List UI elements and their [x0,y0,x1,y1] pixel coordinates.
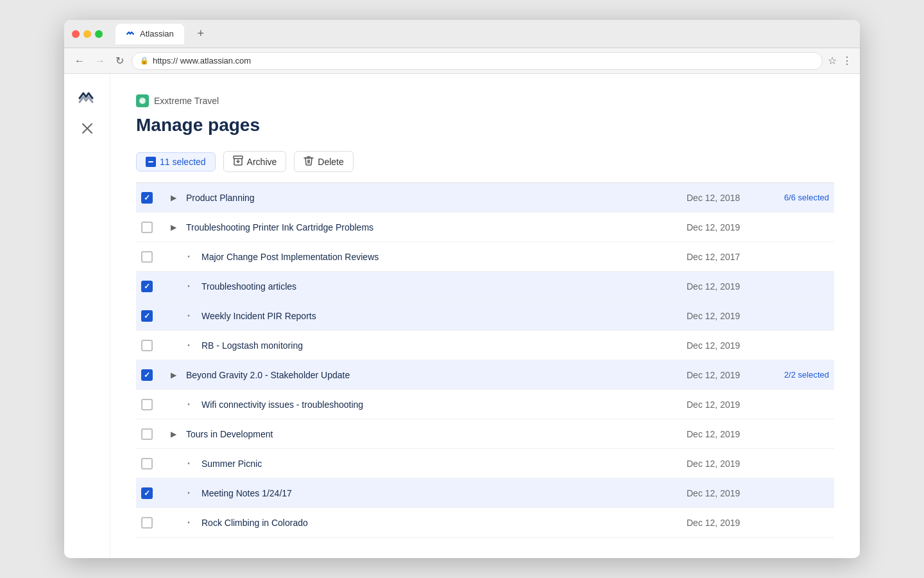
refresh-button[interactable]: ↻ [113,52,126,69]
maximize-traffic-light[interactable] [95,30,103,38]
bullet-icon: • [184,283,194,290]
page-date: Dec 12, 2019 [687,311,764,321]
forward-button[interactable]: → [92,53,108,69]
page-date: Dec 12, 2019 [687,429,764,439]
bullet-icon: • [184,342,194,349]
bullet-icon: • [184,312,194,319]
page-date: Dec 12, 2019 [687,222,764,232]
page-checkbox[interactable] [141,399,153,410]
page-date: Dec 12, 2019 [687,340,764,351]
bullet-icon: • [184,253,194,260]
page-checkbox[interactable] [141,192,153,204]
bullet-icon: • [184,489,194,496]
page-date: Dec 12, 2019 [687,399,764,410]
archive-label: Archive [247,157,277,167]
selection-badge: 2/2 selected [771,370,829,380]
page-name: Meeting Notes 1/24/17 [201,488,679,498]
expand-icon[interactable]: ▶ [168,223,178,232]
bullet-icon: • [184,460,194,467]
breadcrumb: Exxtreme Travel [136,94,834,107]
page-name: Major Change Post Implementation Reviews [201,252,679,262]
address-bar[interactable]: 🔒 https:// www.atlassian.com [132,52,823,70]
table-row: • RB - Logstash monitoring Dec 12, 2019 [136,331,834,360]
browser-tab[interactable]: Atlassian [116,24,184,44]
page-date: Dec 12, 2018 [687,193,764,203]
tab-favicon [126,30,135,39]
table-row: ▶ Troubleshooting Printer Ink Cartridge … [136,213,834,242]
page-checkbox[interactable] [141,310,153,322]
pages-list: ▶ Product Planning Dec 12, 2018 6/6 sele… [136,183,834,538]
expand-icon[interactable]: ▶ [168,430,178,439]
page-checkbox[interactable] [141,369,153,381]
menu-icon[interactable]: ⋮ [842,55,852,67]
browser-toolbar-icons: ☆ ⋮ [828,55,852,67]
table-row: ▶ Tours in Development Dec 12, 2019 [136,419,834,449]
table-row: • Major Change Post Implementation Revie… [136,242,834,272]
delete-button[interactable]: Delete [294,151,353,172]
browser-addressbar: ← → ↻ 🔒 https:// www.atlassian.com ☆ ⋮ [64,48,860,74]
tab-title: Atlassian [140,29,174,39]
traffic-lights [72,30,103,38]
new-tab-button[interactable]: + [192,25,210,43]
page-name: Summer Picnic [201,459,679,469]
page-checkbox[interactable] [141,281,153,292]
table-row: • Weekly Incident PIR Reports Dec 12, 20… [136,301,834,331]
selection-badge: 6/6 selected [771,193,829,202]
page-name: Product Planning [186,193,679,203]
close-traffic-light[interactable] [72,30,80,38]
selected-count-badge: 11 selected [136,152,216,171]
page-date: Dec 12, 2019 [687,518,764,528]
page-date: Dec 12, 2019 [687,488,764,498]
table-row: • Troubleshooting articles Dec 12, 2019 [136,272,834,301]
address-text: https:// www.atlassian.com [153,56,251,66]
page-checkbox[interactable] [141,487,153,499]
delete-label: Delete [318,157,343,167]
page-name: Beyond Gravity 2.0 - Stakeholder Update [186,370,679,380]
breadcrumb-project: Exxtreme Travel [154,96,219,106]
table-row: ▶ Beyond Gravity 2.0 - Stakeholder Updat… [136,360,834,390]
bullet-icon: • [184,519,194,526]
page-name: Rock Climbing in Colorado [201,518,679,528]
page-checkbox[interactable] [141,222,153,233]
browser-window: Atlassian + ← → ↻ 🔒 https:// www.atlassi… [64,20,860,558]
page-checkbox[interactable] [141,251,153,263]
page-name: Weekly Incident PIR Reports [201,311,679,321]
page-date: Dec 12, 2019 [687,281,764,292]
lock-icon: 🔒 [140,57,149,65]
page-name: RB - Logstash monitoring [201,340,679,351]
browser-titlebar: Atlassian + [64,20,860,48]
main-content: Exxtreme Travel Manage pages 11 selected [110,74,860,558]
table-row: • Meeting Notes 1/24/17 Dec 12, 2019 [136,478,834,508]
page-title: Manage pages [136,115,834,136]
archive-icon [233,155,243,168]
table-row: ▶ Product Planning Dec 12, 2018 6/6 sele… [136,183,834,213]
expand-icon[interactable]: ▶ [168,371,178,380]
page-checkbox[interactable] [141,458,153,469]
sidebar-close-button[interactable] [81,123,93,137]
page-checkbox[interactable] [141,517,153,529]
svg-rect-4 [234,156,243,159]
confluence-logo[interactable] [76,84,99,107]
expand-icon[interactable]: ▶ [168,193,178,202]
bullet-icon: • [184,401,194,408]
archive-button[interactable]: Archive [223,151,287,172]
table-row: • Rock Climbing in Colorado Dec 12, 2019 [136,508,834,538]
back-button[interactable]: ← [72,53,87,69]
selected-icon [146,157,156,167]
app-layout: Exxtreme Travel Manage pages 11 selected [64,74,860,558]
minimize-traffic-light[interactable] [83,30,91,38]
project-icon [136,94,149,107]
page-checkbox[interactable] [141,340,153,351]
page-date: Dec 12, 2017 [687,252,764,262]
page-name: Troubleshooting Printer Ink Cartridge Pr… [186,222,679,232]
table-row: • Wifi connectivity issues - troubleshoo… [136,390,834,419]
page-checkbox[interactable] [141,428,153,440]
selected-count-text: 11 selected [160,157,206,167]
table-row: • Summer Picnic Dec 12, 2019 [136,449,834,478]
star-icon[interactable]: ☆ [828,55,837,67]
page-date: Dec 12, 2019 [687,459,764,469]
page-date: Dec 12, 2019 [687,370,764,380]
page-name: Troubleshooting articles [201,281,679,292]
sidebar [64,74,110,558]
manage-toolbar: 11 selected Archive [136,151,834,172]
